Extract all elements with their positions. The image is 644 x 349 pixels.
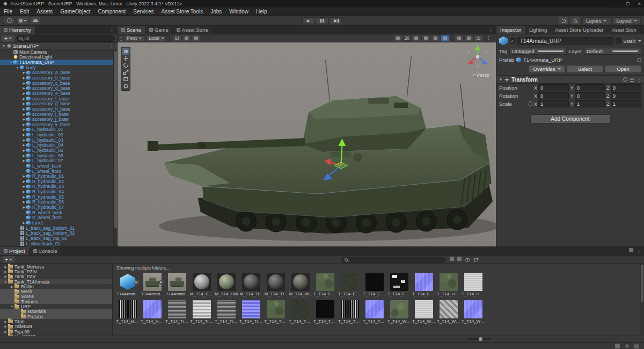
menu-item[interactable]: GameObject xyxy=(56,8,94,16)
hierarchy-item[interactable]: R_hydraulic_04 xyxy=(0,189,117,194)
bottom-tab[interactable]: Console xyxy=(30,247,62,255)
hierarchy-item[interactable]: accessory_f_base xyxy=(0,96,117,101)
number-input[interactable] xyxy=(538,100,569,107)
number-input[interactable] xyxy=(575,100,605,107)
add-component-button[interactable]: Add Component xyxy=(530,114,611,123)
expand-subassets-button[interactable]: ▶ xyxy=(159,280,164,285)
minimize-button[interactable]: — xyxy=(613,1,618,6)
hierarchy-item[interactable]: L_hydraulic_01 xyxy=(0,127,117,133)
folder-item[interactable]: ToiletSet xyxy=(0,324,112,329)
scene-lighting-button[interactable] xyxy=(422,35,430,41)
expand-subassets-button[interactable]: ▶ xyxy=(134,280,139,285)
asset-item[interactable]: ▶ T_T14_Wh... xyxy=(461,300,486,324)
asset-item[interactable]: ▶ M_T14_Eq... xyxy=(189,273,214,296)
hierarchy-item[interactable]: L_hydraulic_03 xyxy=(0,137,117,143)
move-tool-button[interactable] xyxy=(122,55,129,62)
asset-item[interactable]: ▶ T_T14_Tra... xyxy=(165,300,189,324)
overrides-dropdown[interactable]: Overrides xyxy=(529,65,565,73)
menu-item[interactable]: Edit xyxy=(16,8,33,16)
rotate-tool-button[interactable] xyxy=(122,62,129,69)
hierarchy-item[interactable]: R_hydraulic_07 xyxy=(0,205,117,210)
folder-item[interactable]: Titan xyxy=(0,319,112,324)
asset-item[interactable]: ▶ T_T14_Hull... xyxy=(461,273,486,296)
expand-arrow-icon[interactable] xyxy=(21,149,26,152)
transform-tool-button[interactable] xyxy=(122,83,129,90)
expand-arrow-icon[interactable] xyxy=(21,206,26,209)
projection-label[interactable]: < Persp xyxy=(473,72,489,78)
menu-item[interactable]: Asset Store Tools xyxy=(158,8,207,16)
hierarchy-item[interactable]: accessory_k_base xyxy=(0,122,117,127)
expand-arrow-icon[interactable] xyxy=(3,330,8,333)
project-search-input[interactable] xyxy=(349,257,442,263)
asset-item[interactable]: ▶ M_T14_Tr... xyxy=(239,273,264,296)
scale-tool-button[interactable] xyxy=(122,69,129,76)
asset-item[interactable]: ▶ T_T14_Tra... xyxy=(239,300,264,324)
expand-arrow-icon[interactable] xyxy=(3,320,8,323)
hidden-packages-eye-icon[interactable] xyxy=(465,258,470,261)
close-button[interactable]: × xyxy=(638,1,641,6)
expand-arrow-icon[interactable] xyxy=(3,270,8,273)
hierarchy-item[interactable]: accessory_j_base xyxy=(0,117,117,122)
search-store-icon[interactable] xyxy=(450,257,454,261)
notifications-bell-icon[interactable] xyxy=(625,344,630,348)
hierarchy-item[interactable]: accessory_a_base xyxy=(0,70,117,76)
search-button[interactable] xyxy=(570,17,580,24)
pivot-dropdown[interactable]: Pivot xyxy=(124,35,144,41)
project-scrollbar[interactable] xyxy=(640,264,644,336)
static-checkbox[interactable] xyxy=(616,38,621,43)
menu-item[interactable]: Services xyxy=(129,8,157,16)
console-status-icon[interactable] xyxy=(615,344,620,348)
asset-item[interactable]: ▶ T_T14_Equ... xyxy=(412,273,436,296)
menu-item[interactable]: Assets xyxy=(33,8,56,16)
select-prefab-button[interactable]: Select xyxy=(567,65,603,73)
hierarchy-item[interactable]: L_hydraulic_05 xyxy=(0,148,117,153)
tank-model[interactable] xyxy=(118,42,496,246)
expand-arrow-icon[interactable]: ▼ xyxy=(2,45,5,48)
hierarchy-item[interactable]: accessory_c_base xyxy=(0,81,117,86)
number-input[interactable] xyxy=(611,84,641,91)
scene-toolbar-menu-icon[interactable]: ⋮ xyxy=(484,35,494,41)
scene-menu-icon[interactable]: ⋮ xyxy=(109,43,115,48)
folder-item[interactable]: Tank_Merkava xyxy=(0,264,112,269)
menu-item[interactable]: Window xyxy=(225,8,252,16)
expand-arrow-icon[interactable] xyxy=(21,190,26,193)
orientation-gizmo[interactable] xyxy=(464,43,492,71)
asset-item[interactable]: ▶ T_T14_Tur... xyxy=(288,300,313,324)
lock-icon[interactable] xyxy=(629,248,633,252)
asset-item[interactable]: ▶ T_T14_Equ... xyxy=(313,273,338,296)
expand-arrow-icon[interactable] xyxy=(3,325,8,328)
layer-dropdown[interactable]: Default xyxy=(584,48,641,55)
expand-arrow-icon[interactable] xyxy=(3,275,8,278)
expand-arrow-icon[interactable] xyxy=(21,143,26,147)
asset-item[interactable]: ▶ T_T14_Tra... xyxy=(214,300,239,324)
folder-item[interactable]: BuiltIn xyxy=(0,284,112,289)
presets-icon[interactable] xyxy=(630,78,634,82)
view-tab[interactable]: Asset Store xyxy=(173,26,213,34)
folder-item[interactable]: Tank_PZIV xyxy=(0,269,112,274)
expand-arrow-icon[interactable] xyxy=(21,71,26,74)
number-input[interactable] xyxy=(611,92,641,99)
inspector-tab[interactable]: Inspector xyxy=(496,26,525,34)
scale-link-icon[interactable] xyxy=(529,101,532,106)
maximize-button[interactable]: □ xyxy=(626,1,629,6)
camera-preview-button[interactable] xyxy=(465,35,473,41)
folder-item[interactable]: Prefabs xyxy=(0,314,112,319)
asset-item[interactable]: ▶ M_T14_Hull xyxy=(214,273,239,296)
component-menu-icon[interactable]: ⋮ xyxy=(637,77,641,82)
expand-arrow-icon[interactable] xyxy=(21,113,26,116)
expand-arrow-icon[interactable] xyxy=(21,159,26,162)
create-object-button[interactable]: + xyxy=(2,35,14,42)
2d-toggle-button[interactable] xyxy=(412,35,420,41)
hierarchy-item[interactable]: L_track_sag_bottom_02 xyxy=(0,230,117,236)
inspector-tab[interactable]: Asset Store Uploader xyxy=(551,26,608,34)
pause-button[interactable] xyxy=(316,17,328,24)
camera-settings-button[interactable] xyxy=(394,35,402,41)
number-input[interactable] xyxy=(575,92,605,99)
expand-arrow-icon[interactable] xyxy=(21,133,26,136)
inspector-tab[interactable]: Asset Ston xyxy=(608,26,641,34)
expand-arrow-icon[interactable] xyxy=(21,180,26,183)
hierarchy-item[interactable]: L_wheel_back xyxy=(0,163,117,169)
hierarchy-scrollbar[interactable] xyxy=(113,50,117,246)
view-tab[interactable]: Game xyxy=(145,26,173,34)
view-tab[interactable]: Scene xyxy=(118,26,145,34)
